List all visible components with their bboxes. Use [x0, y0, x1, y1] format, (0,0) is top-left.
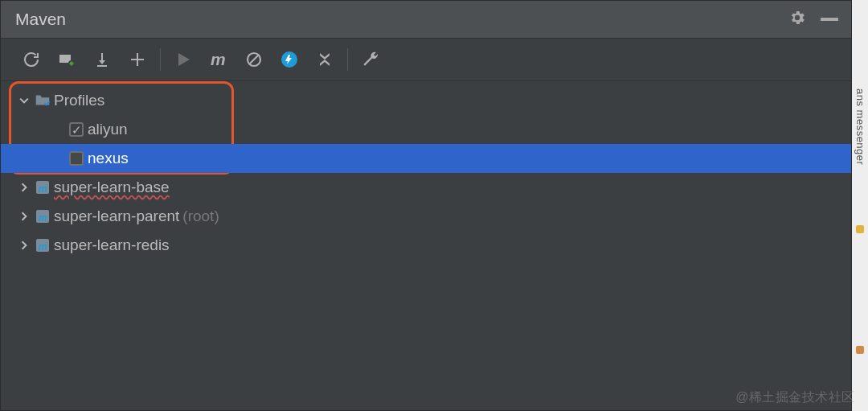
m-icon[interactable]: m — [201, 42, 236, 77]
maven-tree: Profiles ✓ aliyun nexus m supe — [1, 81, 851, 410]
module-label: super-learn-redis — [54, 236, 170, 254]
module-node[interactable]: m super-learn-redis — [1, 231, 851, 260]
reload-icon[interactable] — [14, 42, 49, 77]
gear-icon[interactable] — [788, 9, 806, 31]
svg-rect-1 — [97, 65, 107, 67]
profile-item-aliyun[interactable]: ✓ aliyun — [1, 115, 851, 144]
module-node[interactable]: m super-learn-base — [1, 173, 851, 202]
panel-title: Maven — [15, 10, 788, 29]
offline-icon[interactable] — [272, 42, 307, 77]
svg-text:m: m — [39, 241, 47, 253]
reimport-icon[interactable] — [49, 42, 84, 77]
module-node[interactable]: m super-learn-parent(root) — [1, 202, 851, 231]
titlebar-actions — [788, 9, 838, 31]
profile-label: nexus — [88, 150, 129, 167]
tree-node-profiles[interactable]: Profiles — [1, 86, 851, 115]
module-label: super-learn-parent(root) — [54, 208, 219, 225]
profile-item-nexus[interactable]: nexus — [1, 144, 851, 173]
svg-text:m: m — [39, 183, 47, 195]
collapse-icon[interactable] — [307, 42, 342, 77]
module-label: super-learn-base — [54, 179, 170, 196]
toolbar-separator — [160, 48, 161, 71]
checkbox-unchecked-icon[interactable] — [69, 151, 84, 166]
run-icon[interactable] — [166, 42, 201, 77]
chevron-right-icon[interactable] — [17, 212, 31, 221]
tab-indicator-icon — [856, 346, 864, 354]
toolbar: m — [1, 39, 851, 81]
chevron-right-icon[interactable] — [17, 240, 31, 250]
chevron-down-icon[interactable] — [17, 96, 31, 105]
svg-text:m: m — [211, 50, 226, 68]
download-icon[interactable] — [84, 42, 120, 77]
watermark: @稀土掘金技术社区 — [735, 389, 855, 406]
titlebar: Maven — [1, 1, 851, 39]
minimize-icon[interactable] — [821, 18, 838, 21]
maven-module-icon: m — [31, 237, 54, 253]
profiles-label: Profiles — [54, 92, 104, 109]
maven-tool-window: Maven m — [0, 0, 852, 411]
toolbar-separator — [347, 48, 348, 71]
checkbox-checked-icon[interactable]: ✓ — [69, 122, 84, 137]
maven-module-icon: m — [31, 208, 54, 224]
chevron-right-icon[interactable] — [17, 183, 31, 192]
tab-indicator-icon — [856, 225, 864, 233]
folder-icon — [31, 92, 54, 109]
right-tool-tabbar[interactable]: ans messenger — [852, 0, 868, 411]
profile-label: aliyun — [88, 121, 128, 138]
skip-tests-icon[interactable] — [236, 42, 272, 77]
svg-text:m: m — [39, 212, 47, 224]
wrench-icon[interactable] — [353, 42, 388, 77]
maven-module-icon: m — [31, 179, 54, 195]
svg-rect-3 — [131, 59, 144, 60]
right-tab-label[interactable]: ans messenger — [854, 88, 866, 165]
add-icon[interactable] — [120, 42, 155, 77]
